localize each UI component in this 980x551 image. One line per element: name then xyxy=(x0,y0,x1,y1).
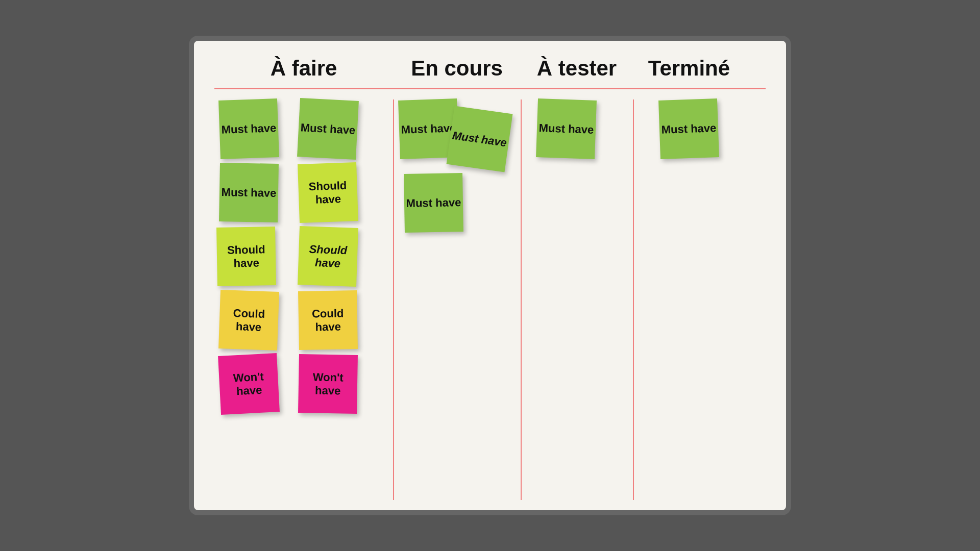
note-should-have-afr2[interactable]: Should have xyxy=(298,162,358,223)
note-must-have-af2[interactable]: Must have xyxy=(219,163,279,222)
col-en-cours: Must have Must have Must have xyxy=(393,99,521,500)
header-row: À faire En cours À tester Terminé xyxy=(214,56,766,89)
note-should-have-af3[interactable]: Should have xyxy=(216,227,276,286)
note-must-have-ec3[interactable]: Must have xyxy=(404,173,463,233)
col-header-a-tester: À tester xyxy=(521,56,633,81)
col-a-faire: Must have Must have Should have Could ha… xyxy=(214,99,393,500)
col-a-tester: Must have xyxy=(521,99,633,500)
note-could-have-afr4[interactable]: Could have xyxy=(298,290,358,350)
note-could-have-af4[interactable]: Could have xyxy=(218,290,279,350)
note-wont-have-afr5[interactable]: Won't have xyxy=(298,354,358,414)
note-must-have-te1[interactable]: Must have xyxy=(658,98,719,159)
note-must-have-ec2[interactable]: Must have xyxy=(447,106,513,172)
col-header-a-faire: À faire xyxy=(214,56,393,81)
col-header-en-cours: En cours xyxy=(393,56,521,81)
columns-area: Must have Must have Should have Could ha… xyxy=(214,99,766,500)
note-wont-have-af5[interactable]: Won't have xyxy=(218,353,280,415)
note-must-have-at1[interactable]: Must have xyxy=(536,98,597,159)
note-must-have-afr1[interactable]: Must have xyxy=(297,98,359,160)
col-termine: Must have xyxy=(633,99,745,500)
note-must-have-af1[interactable]: Must have xyxy=(218,98,279,159)
kanban-board: À faire En cours À tester Terminé Must h… xyxy=(189,36,791,515)
col-header-termine: Terminé xyxy=(633,56,745,81)
note-should-have-afr3[interactable]: Should have xyxy=(298,226,358,287)
